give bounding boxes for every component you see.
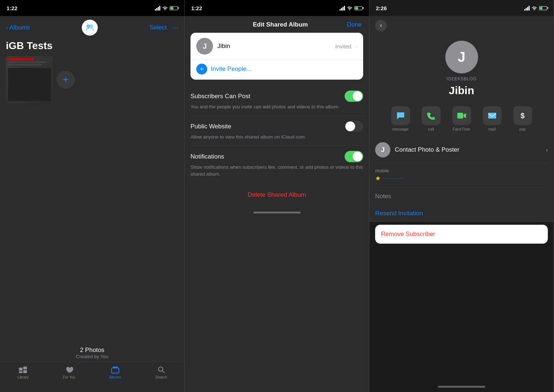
svg-rect-3 — [19, 368, 23, 371]
call-icon — [422, 106, 441, 125]
more-button[interactable]: ··· — [172, 23, 178, 32]
setting-public-website: Public Website Allow anyone to view this… — [190, 116, 363, 146]
signal-icon-2 — [340, 6, 345, 11]
shared-album-icon — [82, 20, 98, 36]
svg-point-2 — [89, 28, 91, 29]
mail-icon — [483, 106, 502, 125]
tab-for-you[interactable]: For You — [46, 366, 92, 379]
done-button[interactable]: Done — [347, 21, 362, 28]
action-facetime[interactable]: FaceTime — [449, 106, 475, 131]
setting-row-1: Public Website — [190, 121, 363, 132]
mobile-row: mobile ★ ········· — [375, 163, 548, 188]
signal-icon-3 — [524, 6, 530, 11]
setting-notifications: Notifications Show notifications when su… — [190, 146, 363, 182]
notes-label: Notes — [375, 193, 548, 200]
battery-icon-3 — [539, 6, 547, 10]
person-card: J Jibin Invited › + Invite People... — [190, 33, 363, 80]
p2-title: Edit Shared Album — [253, 21, 308, 28]
action-message[interactable]: message — [388, 106, 414, 131]
contact-source: IGEEKSBLOG — [446, 76, 477, 81]
setting-desc-2: Show notifications when subscribers like… — [190, 164, 363, 177]
tab-library-label: Library — [17, 375, 29, 379]
status-bar-2: 1:22 — [185, 0, 369, 16]
setting-label-2: Notifications — [190, 153, 224, 160]
svg-line-10 — [162, 371, 165, 373]
svg-rect-11 — [457, 113, 463, 119]
contact-info-section: J Contact Photo & Poster › mobile ★ ····… — [369, 137, 554, 205]
back-button-3[interactable]: ‹ — [375, 20, 387, 31]
svg-point-1 — [89, 24, 93, 28]
battery-icon-2 — [354, 6, 362, 10]
add-photo-button[interactable]: + — [57, 71, 75, 89]
contact-photo-poster-label: Contact Photo & Poster — [395, 146, 459, 153]
svg-rect-7 — [112, 368, 119, 373]
album-footer: 2 Photos Created by You — [0, 347, 184, 359]
invite-row[interactable]: + Invite People... — [190, 60, 363, 80]
phone-number-masked: ········· — [383, 175, 405, 182]
svg-point-9 — [158, 367, 163, 371]
contact-photo-avatar: J — [375, 142, 390, 157]
chevron-right-icon-photo: › — [546, 147, 548, 153]
panel-albums: 1:22 ‹ Albums — [0, 0, 185, 392]
toggle-public-website[interactable] — [345, 121, 363, 132]
panel-contact: 2:26 ‹ J IGEEKSBLOG Jibin — [369, 0, 554, 392]
select-button[interactable]: Select — [149, 24, 166, 31]
home-indicator-3 — [438, 386, 485, 388]
toggle-subscribers-can-post[interactable] — [345, 91, 363, 102]
contact-actions: message call FaceTime — [369, 103, 554, 137]
message-icon — [391, 106, 410, 125]
p1-nav-right: Select ··· — [149, 23, 178, 32]
setting-desc-0: You and the people you invite can add ph… — [190, 104, 363, 110]
album-title: iGB Tests — [0, 39, 184, 56]
action-call-label: call — [428, 127, 434, 131]
status-icons-1 — [155, 6, 178, 11]
svg-rect-5 — [19, 371, 23, 373]
delete-shared-album-button[interactable]: Delete Shared Album — [185, 183, 369, 207]
contact-name: Jibin — [449, 84, 474, 97]
library-icon — [18, 366, 28, 374]
person-avatar: J — [196, 38, 213, 55]
action-call[interactable]: call — [418, 106, 444, 131]
tab-search[interactable]: Search — [138, 366, 184, 379]
photo-count: 2 Photos — [0, 347, 184, 354]
invite-label: Invite People... — [211, 65, 252, 73]
tab-albums[interactable]: Albums — [92, 366, 138, 379]
action-pay[interactable]: $ pay — [510, 106, 536, 131]
status-bar-1: 1:22 — [0, 0, 184, 16]
time-1: 1:22 — [7, 5, 17, 11]
time-2: 1:22 — [191, 5, 202, 11]
person-row[interactable]: J Jibin Invited › — [190, 33, 363, 60]
setting-label-1: Public Website — [190, 123, 231, 130]
remove-subscriber-card[interactable]: Remove Subscriber — [375, 225, 548, 244]
contact-photo-row[interactable]: J Contact Photo & Poster › — [375, 137, 548, 163]
toggle-notifications[interactable] — [345, 151, 363, 162]
p2-header: Edit Shared Album Done — [185, 16, 369, 33]
person-name: Jibin — [217, 43, 331, 50]
status-icons-3 — [524, 6, 547, 11]
svg-rect-6 — [23, 370, 27, 373]
panel-edit-shared-album: 1:22 Edit Shared Album Done J Jibin In — [185, 0, 369, 392]
svg-rect-8 — [113, 367, 118, 368]
photo-item-1[interactable] — [6, 56, 53, 103]
resend-invitation-button[interactable]: Resend Invitation — [369, 205, 554, 222]
invite-plus-icon: + — [196, 64, 207, 75]
tab-for-you-label: For You — [63, 375, 75, 379]
svg-rect-4 — [23, 367, 27, 369]
wifi-icon-2 — [347, 6, 353, 10]
tab-bar-1: Library For You Albums — [0, 362, 184, 392]
action-facetime-label: FaceTime — [453, 127, 470, 131]
setting-label-0: Subscribers Can Post — [190, 93, 250, 100]
setting-row-2: Notifications — [190, 151, 363, 162]
setting-desc-1: Allow anyone to view this shared album o… — [190, 134, 363, 140]
contact-header: J IGEEKSBLOG Jibin — [369, 33, 554, 103]
albums-icon — [111, 366, 120, 374]
setting-row-0: Subscribers Can Post — [190, 91, 363, 102]
back-button-1[interactable]: ‹ Albums — [6, 24, 30, 31]
tab-library[interactable]: Library — [0, 366, 46, 379]
action-mail[interactable]: mail — [479, 106, 505, 131]
mobile-value[interactable]: ★ ········· — [375, 175, 548, 182]
star-icon: ★ — [375, 175, 381, 182]
for-you-icon — [64, 366, 74, 374]
status-icons-2 — [340, 6, 362, 11]
signal-icon-1 — [155, 6, 160, 11]
